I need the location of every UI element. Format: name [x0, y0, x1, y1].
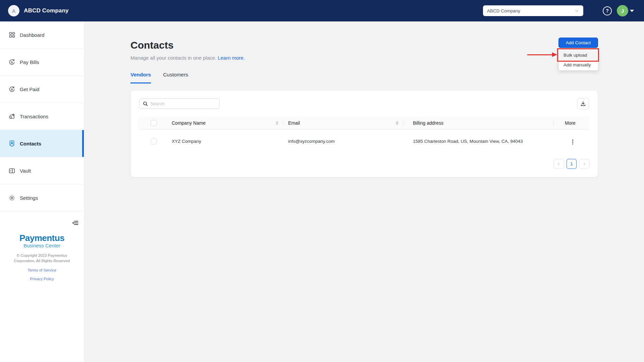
chevron-left-icon — [557, 162, 561, 166]
search-input[interactable] — [150, 101, 219, 106]
sort-icon[interactable] — [276, 121, 278, 125]
contacts-table: Company Name Email Billing address More — [139, 117, 589, 153]
row-checkbox[interactable] — [151, 138, 157, 144]
pay-bills-icon: $ — [8, 59, 15, 66]
dashboard-icon — [8, 32, 15, 39]
column-header-email: Email — [288, 117, 300, 129]
add-contact-dropdown: Bulk upload Add manually — [559, 50, 598, 70]
select-all-checkbox[interactable] — [151, 120, 157, 126]
table-header-row: Company Name Email Billing address More — [139, 117, 589, 130]
column-header-more: More — [565, 120, 576, 126]
sidebar-label: Transactions — [20, 114, 48, 119]
sidebar: Dashboard $ Pay Bills $ Get Paid — [0, 21, 84, 362]
sidebar-item-pay-bills[interactable]: $ Pay Bills — [0, 49, 84, 76]
cell-email: info@xyzcompany.com — [288, 139, 335, 144]
business-center-label: Business Center — [0, 243, 84, 248]
navbar-right: ABCD Company ? J — [483, 0, 634, 21]
top-navbar: A ABCD Company ABCD Company ? J — [0, 0, 644, 21]
chevron-right-icon — [582, 162, 586, 166]
add-contact-button[interactable]: Add Contact — [558, 38, 598, 48]
contacts-table-card: Company Name Email Billing address More — [130, 90, 598, 177]
cell-billing-address: 1585 Charleston Road, US, Mountain View,… — [413, 139, 523, 144]
user-avatar[interactable]: J — [617, 5, 628, 16]
sort-icon[interactable] — [396, 121, 398, 125]
terms-of-service-link[interactable]: Terms of Service — [0, 268, 84, 272]
svg-text:$: $ — [11, 60, 13, 64]
download-button[interactable] — [577, 98, 589, 109]
sidebar-label: Vault — [20, 168, 31, 174]
svg-text:$: $ — [11, 87, 13, 91]
cell-company-name: XYZ Company — [172, 139, 201, 144]
sidebar-label: Pay Bills — [20, 59, 39, 65]
sidebar-label: Settings — [20, 195, 38, 201]
sidebar-collapse-icon[interactable] — [71, 219, 79, 227]
settings-icon — [8, 194, 15, 201]
sidebar-item-transactions[interactable]: Transactions — [0, 103, 84, 130]
search-icon — [143, 101, 148, 106]
vault-icon — [8, 167, 15, 174]
brand-title: ABCD Company — [24, 7, 69, 14]
sidebar-item-settings[interactable]: Settings — [0, 184, 84, 212]
help-icon[interactable]: ? — [603, 6, 612, 15]
user-menu-caret-icon[interactable] — [630, 10, 634, 12]
sidebar-item-get-paid[interactable]: $ Get Paid — [0, 76, 84, 103]
tab-vendors[interactable]: Vendors — [130, 72, 151, 83]
sidebar-label: Get Paid — [20, 86, 39, 92]
column-header-company-name: Company Name — [172, 117, 206, 129]
sidebar-label: Dashboard — [20, 32, 44, 38]
learn-more-link[interactable]: Learn more. — [218, 55, 245, 61]
contacts-icon — [8, 140, 15, 147]
chevron-down-icon — [575, 8, 579, 13]
transactions-icon — [8, 113, 15, 120]
page-title: Contacts — [130, 39, 598, 52]
menu-item-add-manually[interactable]: Add manually — [559, 60, 598, 70]
main-content: Contacts Manage all your contacts in one… — [130, 21, 598, 177]
company-select-value: ABCD Company — [487, 8, 575, 13]
privacy-policy-link[interactable]: Privacy Policy — [0, 277, 84, 281]
brand: A ABCD Company — [8, 5, 69, 16]
get-paid-icon: $ — [8, 86, 15, 93]
sidebar-item-dashboard[interactable]: Dashboard — [0, 21, 84, 49]
column-header-billing-address: Billing address — [413, 120, 443, 126]
sidebar-item-contacts[interactable]: Contacts — [0, 130, 84, 157]
brand-avatar: A — [8, 5, 19, 16]
download-icon — [580, 101, 586, 107]
page-subtitle: Manage all your contacts in one place. L… — [130, 54, 598, 62]
pagination-next-button[interactable] — [579, 159, 589, 169]
search-box — [139, 99, 220, 109]
company-select[interactable]: ABCD Company — [483, 5, 583, 16]
sidebar-footer: Paymentus Business Center © Copyright 20… — [0, 234, 84, 281]
pagination-page-1[interactable]: 1 — [567, 159, 577, 169]
menu-item-bulk-upload[interactable]: Bulk upload — [559, 50, 598, 60]
row-more-kebab-icon[interactable] — [571, 138, 575, 146]
sidebar-item-vault[interactable]: Vault — [0, 157, 84, 184]
pagination-prev-button[interactable] — [554, 159, 564, 169]
paymentus-logo: Paymentus — [0, 234, 84, 242]
tab-bar: Vendors Customers — [130, 72, 598, 83]
table-row: XYZ Company info@xyzcompany.com 1585 Cha… — [139, 130, 589, 153]
tab-customers[interactable]: Customers — [163, 72, 188, 83]
copyright-text: © Copyright 2023 Paymentus Corporation, … — [0, 253, 84, 263]
sidebar-label: Contacts — [20, 141, 41, 146]
pagination: 1 — [554, 159, 589, 169]
